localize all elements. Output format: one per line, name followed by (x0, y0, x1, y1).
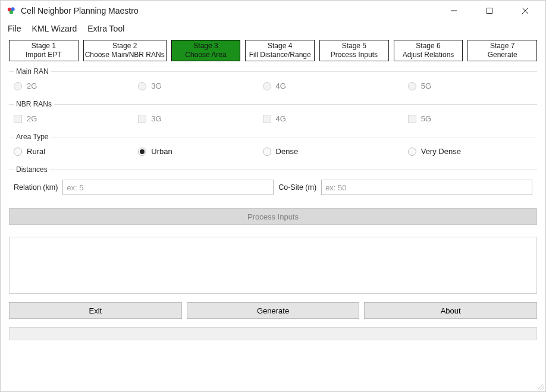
generate-button[interactable]: Generate (187, 302, 360, 319)
radio-area-rural[interactable] (14, 148, 22, 156)
svg-rect-4 (487, 8, 492, 14)
window-controls (443, 2, 539, 19)
label-area-urban: Urban (151, 147, 172, 156)
maximize-button[interactable] (479, 2, 500, 19)
radio-main-3g (138, 82, 146, 90)
check-nbr-3g (138, 115, 146, 123)
menu-kml-wizard[interactable]: KML Wizard (32, 24, 77, 33)
radio-main-5g (408, 82, 416, 90)
check-nbr-4g (263, 115, 271, 123)
output-area (9, 237, 537, 294)
legend-distances: Distances (14, 165, 50, 174)
radio-main-4g (263, 82, 271, 90)
legend-main-ran: Main RAN (14, 67, 51, 76)
app-icon (7, 6, 16, 15)
label-area-very-dense: Very Dense (421, 147, 461, 156)
stage-2-choose-rans[interactable]: Stage 2 Choose Main/NBR RANs (83, 40, 167, 61)
progress-bar (9, 327, 537, 340)
stage-7-generate[interactable]: Stage 7 Generate (467, 40, 537, 61)
window-title: Cell Neighbor Planning Maestro (21, 6, 139, 15)
resize-grip-icon[interactable] (536, 382, 544, 390)
label-relation: Relation (km) (14, 183, 58, 192)
close-button[interactable] (514, 2, 536, 19)
check-nbr-5g (408, 115, 416, 123)
process-inputs-button: Process Inputs (9, 208, 537, 225)
label-nbr-4g: 4G (276, 114, 286, 123)
group-distances: Distances Relation (km) Co-Site (m) (9, 165, 537, 201)
svg-point-2 (10, 10, 13, 14)
exit-button[interactable]: Exit (9, 302, 182, 319)
label-main-4g: 4G (276, 81, 286, 90)
about-button[interactable]: About (364, 302, 537, 319)
label-nbr-3g: 3G (151, 114, 161, 123)
stage-4-fill-distance[interactable]: Stage 4 Fill Distance/Range (245, 40, 315, 61)
titlebar: Cell Neighbor Planning Maestro (1, 1, 545, 21)
legend-area-type: Area Type (14, 133, 51, 141)
label-main-5g: 5G (421, 81, 431, 90)
group-area-type: Area Type Rural Urban Dense Very Dense (9, 133, 537, 162)
stage-6-adjust-relations[interactable]: Stage 6 Adjust Relations (394, 40, 463, 61)
input-relation[interactable] (62, 180, 274, 195)
radio-area-urban[interactable] (138, 148, 146, 156)
minimize-button[interactable] (443, 2, 465, 19)
stage-strip: Stage 1 Import EPT Stage 2 Choose Main/N… (9, 40, 537, 61)
stage-1-import-ept[interactable]: Stage 1 Import EPT (9, 40, 79, 61)
radio-main-2g (14, 82, 22, 90)
group-main-ran: Main RAN 2G 3G 4G 5G (9, 67, 537, 96)
group-nbr-rans: NBR RANs 2G 3G 4G 5G (9, 100, 537, 129)
radio-area-dense[interactable] (263, 148, 271, 156)
label-cosite: Co-Site (m) (278, 183, 316, 192)
stage-3-choose-area[interactable]: Stage 3 Choose Area (171, 40, 241, 61)
menu-file[interactable]: File (8, 24, 21, 33)
menu-extra-tool[interactable]: Extra Tool (87, 24, 124, 33)
menubar: File KML Wizard Extra Tool (1, 21, 545, 36)
svg-line-9 (542, 388, 544, 390)
label-area-dense: Dense (276, 147, 299, 156)
label-main-3g: 3G (151, 81, 161, 90)
label-nbr-2g: 2G (27, 114, 37, 123)
legend-nbr-rans: NBR RANs (14, 100, 54, 108)
radio-area-very-dense[interactable] (408, 148, 416, 156)
label-main-2g: 2G (27, 81, 37, 90)
stage-5-process-inputs[interactable]: Stage 5 Process Inputs (319, 40, 389, 61)
label-area-rural: Rural (27, 147, 45, 156)
check-nbr-2g (14, 115, 22, 123)
input-cosite[interactable] (321, 180, 532, 195)
label-nbr-5g: 5G (421, 114, 431, 123)
